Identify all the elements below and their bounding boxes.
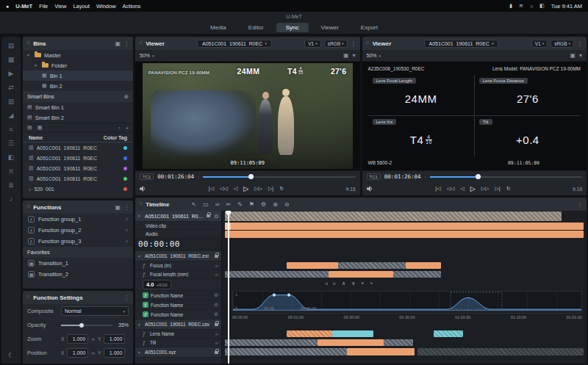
track-audio[interactable]: Audio — [135, 230, 221, 238]
settings-tool-icon[interactable]: ⚙ — [261, 201, 266, 208]
audio-icon[interactable]: ♪ — [10, 196, 13, 203]
disable-icon[interactable]: ⊘ — [214, 311, 218, 317]
chevron-down-icon[interactable]: ▾ — [138, 350, 143, 355]
chevron-down-icon[interactable]: ▾ — [138, 214, 143, 218]
frame-rate-label[interactable]: fr.16 — [573, 187, 582, 192]
pen-tool-icon[interactable]: ✎ — [237, 201, 243, 208]
disable-icon[interactable]: ⊘ — [214, 292, 218, 298]
focus-segment[interactable] — [338, 262, 406, 269]
xyz-segment[interactable] — [347, 348, 415, 355]
play-icon[interactable]: ▶ — [9, 71, 14, 77]
loop-button[interactable]: ↻ — [506, 186, 511, 192]
marquee-tool-icon[interactable]: ▭ — [203, 201, 209, 208]
chevron-down-icon[interactable]: ▾ — [138, 254, 143, 259]
scrubber-thumb[interactable] — [476, 174, 481, 179]
zoom-in-icon[interactable]: ⊕ — [273, 201, 278, 208]
function-row[interactable]: ƒ Function Name ⊘ — [135, 300, 221, 310]
drag-handle-icon[interactable]: ⠿ — [26, 204, 30, 210]
flag-tool-icon[interactable]: ⚑ — [249, 201, 254, 208]
pi-icon[interactable]: π — [9, 168, 13, 175]
kebab-menu-icon[interactable]: ⋮ — [351, 40, 356, 47]
colorspace-selector[interactable]: sRGB ▾ — [551, 40, 574, 48]
zoom-y-field[interactable]: 1.000 — [104, 334, 125, 344]
ease-in-icon[interactable]: ∧ — [342, 281, 345, 286]
play-button[interactable]: ▷ — [470, 185, 476, 192]
smart-bin-1[interactable]: ▤ Smart Bin 1 — [23, 102, 133, 112]
tab-sync[interactable]: Sync — [276, 23, 309, 32]
color-tag-dot[interactable] — [123, 146, 127, 150]
goto-end-button[interactable]: ▷| — [268, 186, 273, 192]
xyz-segment[interactable] — [417, 348, 584, 355]
loop-button[interactable]: ↻ — [279, 186, 284, 192]
link-icon[interactable]: ∞ — [91, 350, 95, 355]
kebab-menu-icon[interactable]: ⋮ — [123, 294, 129, 301]
drag-handle-icon[interactable]: ⠿ — [366, 40, 370, 46]
focal-segment[interactable] — [329, 271, 393, 278]
marker-icon[interactable]: ◦ — [425, 175, 426, 179]
menubar-clock[interactable]: Tue 9:41 AM — [551, 3, 582, 10]
smart-bin-2[interactable]: ▤ Smart Bin 2 — [23, 112, 133, 123]
kebab-menu-icon[interactable]: ⋮ — [577, 40, 583, 47]
expand-icon[interactable]: ▣ — [115, 204, 121, 211]
menu-view[interactable]: View — [54, 3, 66, 10]
frame-rate-label[interactable]: fr.16 — [346, 187, 356, 192]
overlay-toggle-icon[interactable]: ▣ — [343, 52, 349, 59]
clip-segment[interactable] — [225, 212, 562, 221]
tree-item-folder[interactable]: ▾ Folder — [23, 60, 133, 71]
zoom-x-field[interactable]: 1.000 — [67, 334, 88, 344]
link-icon[interactable]: ∞ — [215, 341, 218, 345]
metric-label[interactable]: Lens Iris — [373, 119, 397, 125]
tab-editor[interactable]: Editor — [239, 23, 273, 32]
tc-label[interactable]: TC1 — [367, 173, 381, 180]
column-color-tag[interactable]: Color Tag — [104, 135, 127, 140]
expand-icon[interactable]: ▣ — [115, 40, 121, 47]
dropdown-icon[interactable]: ▾ — [579, 52, 582, 59]
tree-item-bin2[interactable]: ▦ Bin 2 — [23, 81, 133, 91]
keyframe-curve-editor[interactable]: 1 0 00:00 00:01:00 — [232, 291, 582, 311]
fast-forward-button[interactable]: ▷▷ — [254, 186, 262, 192]
xyz-segment[interactable] — [225, 348, 347, 355]
library-icon[interactable]: ▥ — [8, 98, 15, 105]
control-center-icon[interactable]: ◧ — [539, 3, 545, 9]
function-group-3[interactable]: ƒ Function group_3 › — [23, 236, 133, 247]
smooth-curve-icon[interactable]: ≈ — [370, 281, 373, 286]
function-group-2[interactable]: ƒ Function group_2 › — [23, 225, 133, 236]
add-smart-bin-icon[interactable]: ⊕ — [123, 93, 129, 100]
playhead[interactable] — [228, 211, 229, 364]
mixer-icon[interactable]: ≡ — [9, 126, 12, 133]
clip-row[interactable]: ▥ A051C001_190611_R0EC — [23, 163, 133, 173]
drag-handle-icon[interactable]: ⠿ — [26, 40, 30, 46]
marker-icon[interactable]: ◦ — [198, 175, 199, 179]
lock-icon[interactable] — [215, 255, 218, 258]
chevron-down-icon[interactable]: ▾ — [27, 53, 32, 57]
track-clip-header[interactable]: ▾ A051C001_190611_R0EC — [135, 211, 221, 222]
step-back-button[interactable]: ◁ — [460, 186, 464, 192]
color-tag-dot[interactable] — [123, 156, 127, 160]
opacity-slider[interactable] — [61, 325, 112, 326]
lock-icon[interactable] — [215, 351, 218, 354]
goto-end-button[interactable]: ▷| — [495, 186, 500, 192]
levels-icon[interactable]: ◧ — [8, 154, 15, 161]
keyframe-point[interactable] — [273, 294, 276, 297]
metric-label[interactable]: Tilt — [479, 119, 492, 125]
goto-start-button[interactable]: |◁ — [209, 186, 214, 192]
spotlight-icon[interactable]: ○ — [530, 4, 533, 9]
tree-item-master[interactable]: ▾ Master — [23, 50, 133, 60]
kebab-menu-icon[interactable]: ⋮ — [123, 40, 129, 47]
clip-row[interactable]: ♪ 520_001 — [23, 184, 133, 194]
scrubber-thumb[interactable] — [248, 174, 254, 179]
slider-thumb[interactable] — [79, 323, 84, 328]
timeline-lanes[interactable]: ◃ ▹ ∧ ∨ × ≈ 1 0 00:00 00:01:00 — [222, 211, 587, 364]
tc-label[interactable]: TC1 — [140, 173, 154, 180]
chevron-down-icon[interactable]: ▾ — [138, 322, 143, 327]
play-button[interactable]: ▷ — [243, 185, 248, 192]
channel-selector[interactable]: V1 ▾ — [304, 40, 320, 48]
lens-name-segment[interactable] — [332, 330, 373, 337]
grid-view-icon[interactable]: ▦ — [37, 125, 43, 131]
color-tag-dot[interactable] — [123, 177, 127, 181]
position-y-field[interactable]: 1.000 — [104, 348, 125, 358]
volume-icon[interactable] — [367, 186, 373, 192]
clip-row[interactable]: ▥ A051C001_190611_R0EC — [23, 173, 133, 184]
overlay-toggle-icon[interactable]: ▣ — [570, 52, 576, 59]
delete-keyframe-icon[interactable]: × — [361, 281, 364, 286]
